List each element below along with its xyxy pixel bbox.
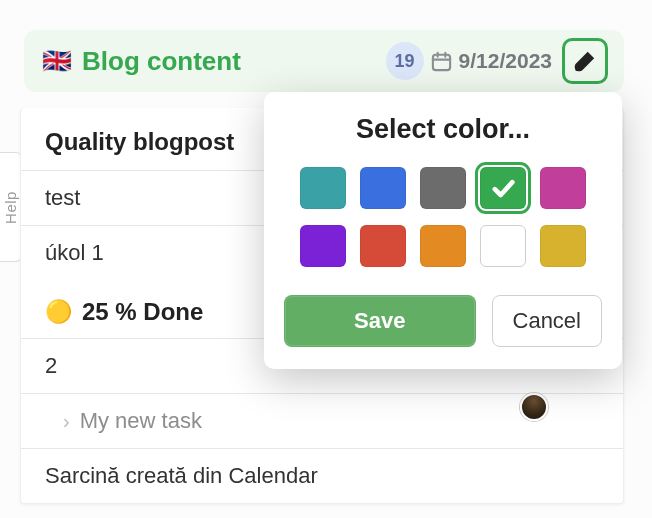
progress-label: 25 % Done [82,298,203,326]
project-title[interactable]: Blog content [82,46,241,77]
project-card: 🇬🇧 Blog content 19 9/12/2023 [24,30,624,92]
flag-icon: 🇬🇧 [42,49,72,73]
project-title-wrap: 🇬🇧 Blog content [42,46,386,77]
subtask-label: My new task [80,408,202,434]
swatch-gray[interactable] [420,167,466,209]
calendar-icon[interactable] [430,50,453,73]
help-tab[interactable]: Help [0,152,22,262]
progress-dot-icon: 🟡 [45,299,72,325]
svg-rect-0 [432,54,449,69]
avatar[interactable] [520,393,548,421]
swatch-red[interactable] [360,225,406,267]
save-button[interactable]: Save [284,295,476,347]
popover-title: Select color... [284,114,602,145]
swatch-grid [284,167,602,267]
swatch-teal[interactable] [300,167,346,209]
popover-actions: Save Cancel [284,295,602,347]
swatch-blue[interactable] [360,167,406,209]
color-picker-button[interactable] [562,38,608,84]
swatch-gold[interactable] [540,225,586,267]
swatch-green[interactable] [480,167,526,209]
due-date[interactable]: 9/12/2023 [459,49,552,73]
help-label: Help [2,191,19,224]
swatch-white[interactable] [480,225,526,267]
color-popover: Select color... Save Cancel [264,92,622,369]
brush-icon [572,48,598,74]
list-item[interactable]: Sarcină creată din Calendar [21,448,623,503]
count-badge[interactable]: 19 [386,42,424,80]
swatch-magenta[interactable] [540,167,586,209]
cancel-button[interactable]: Cancel [492,295,602,347]
swatch-purple[interactable] [300,225,346,267]
check-icon [489,174,517,202]
swatch-orange[interactable] [420,225,466,267]
chevron-right-icon: › [63,410,70,433]
